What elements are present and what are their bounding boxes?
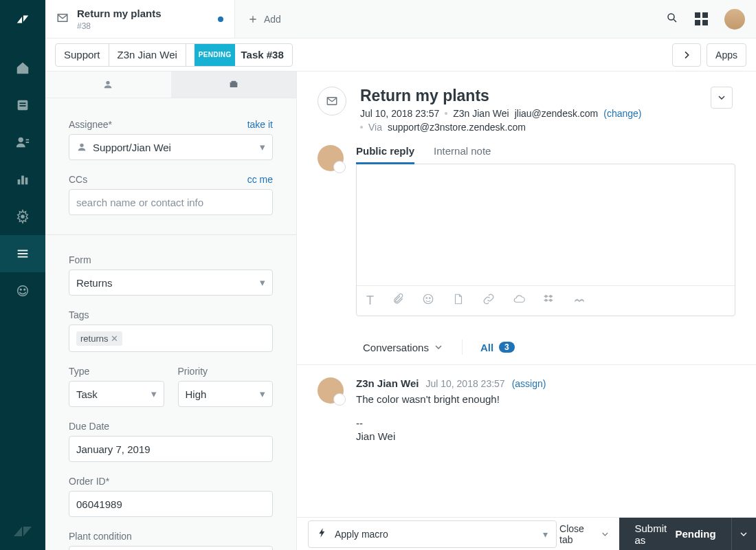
unread-indicator — [218, 16, 223, 22]
next-ticket-button[interactable] — [672, 43, 701, 67]
form-label: Form — [69, 254, 91, 265]
apps-button[interactable]: Apps — [707, 43, 746, 67]
conversations-dropdown[interactable]: Conversations — [363, 340, 463, 355]
svg-rect-10 — [25, 177, 28, 184]
file-icon[interactable] — [452, 293, 465, 309]
reply-textarea[interactable] — [357, 164, 735, 285]
order-id-input[interactable]: 06041989 — [69, 491, 273, 517]
text-format-icon[interactable]: T — [366, 294, 374, 308]
priority-select[interactable]: High ▾ — [178, 381, 274, 407]
svg-point-16 — [20, 289, 21, 290]
left-tab-ticket-icon[interactable] — [171, 72, 297, 98]
svg-rect-9 — [21, 176, 24, 185]
assignee-select[interactable]: Support/Jian Wei ▾ — [69, 134, 273, 160]
svg-rect-14 — [18, 256, 28, 258]
cloud-icon[interactable] — [513, 293, 525, 309]
via-email: support@z3nstore.zendesk.com — [388, 122, 526, 133]
ccs-input[interactable] — [69, 189, 273, 215]
conversation-panel: Return my plants Jul 10, 2018 23:57 Z3n … — [297, 72, 756, 550]
svg-point-11 — [21, 214, 25, 219]
tags-input[interactable]: returns ✕ — [69, 324, 273, 352]
add-tab-button[interactable]: Add — [235, 0, 293, 38]
assignee-label: Assignee* — [69, 119, 112, 130]
ticket-toolbar: Support Z3n Jian Wei PENDING Task #38 Ap… — [45, 38, 756, 72]
attach-icon[interactable] — [392, 293, 404, 309]
emoji-icon[interactable] — [422, 293, 434, 309]
close-tab-button[interactable]: Close tab — [559, 523, 610, 545]
breadcrumb-team[interactable]: Support — [56, 44, 109, 66]
left-tab-person-icon[interactable] — [45, 72, 171, 98]
knowledge-icon[interactable] — [573, 293, 586, 309]
breadcrumb: Support Z3n Jian Wei PENDING Task #38 — [55, 43, 293, 67]
search-icon[interactable] — [666, 12, 678, 26]
status-badge: PENDING — [194, 43, 236, 67]
nav-customers-icon[interactable] — [0, 124, 45, 161]
breadcrumb-requester[interactable]: Z3n Jian Wei — [109, 44, 186, 66]
svg-marker-1 — [23, 16, 28, 22]
svg-rect-6 — [26, 139, 30, 140]
plant-condition-input[interactable]: dried leave — [69, 546, 273, 550]
ticket-fields-panel: Assignee* take it Support/Jian Wei ▾ CCs — [45, 72, 297, 550]
breadcrumb-task[interactable]: PENDING Task #38 — [186, 43, 292, 67]
svg-rect-3 — [19, 102, 25, 104]
channel-mail-icon — [318, 87, 346, 116]
message-author-name: Z3n Jian Wei — [356, 377, 419, 389]
nav-home-icon[interactable] — [0, 50, 45, 87]
apply-macro-button[interactable]: Apply macro ▾ — [308, 520, 557, 548]
chevron-down-icon: ▾ — [260, 388, 265, 400]
link-icon[interactable] — [482, 293, 495, 309]
change-requester-link[interactable]: (change) — [603, 108, 641, 119]
nav-admin-icon[interactable] — [0, 198, 45, 235]
ticket-tab[interactable]: Return my plants #38 — [45, 0, 235, 38]
zendesk-logo[interactable] — [12, 8, 34, 30]
priority-label: Priority — [178, 366, 208, 377]
type-select[interactable]: Task ▾ — [69, 381, 164, 407]
svg-marker-18 — [14, 527, 22, 536]
cc-me-link[interactable]: cc me — [247, 174, 273, 185]
submit-button[interactable]: Submit as Pending — [619, 518, 731, 551]
assign-link[interactable]: (assign) — [512, 378, 546, 389]
global-nav-sidebar — [0, 0, 45, 550]
type-label: Type — [69, 366, 89, 377]
conversation-title: Return my plants — [360, 87, 697, 105]
message-body-line: -- — [356, 417, 546, 429]
svg-point-20 — [668, 14, 674, 20]
tags-label: Tags — [69, 309, 89, 320]
svg-point-5 — [19, 138, 23, 142]
nav-views-icon[interactable] — [0, 87, 45, 124]
conv-timestamp: Jul 10, 2018 23:57 — [360, 108, 439, 119]
due-date-input[interactable]: January 7, 2019 — [69, 436, 273, 462]
take-it-link[interactable]: take it — [247, 119, 273, 130]
svg-marker-19 — [23, 527, 32, 536]
svg-marker-0 — [17, 16, 22, 23]
svg-rect-12 — [18, 250, 28, 252]
user-avatar[interactable] — [724, 9, 745, 30]
svg-rect-4 — [19, 105, 25, 107]
chevron-down-icon: ▾ — [260, 276, 265, 289]
nav-agent-icon[interactable] — [0, 272, 45, 309]
add-tab-label: Add — [264, 14, 281, 25]
tab-public-reply[interactable]: Public reply — [356, 145, 414, 164]
conv-requester-email: jliau@zendesk.com — [515, 108, 599, 119]
chevron-down-icon: ▾ — [260, 141, 265, 153]
dropbox-icon[interactable] — [543, 293, 555, 309]
nav-reporting-icon[interactable] — [0, 161, 45, 198]
filter-all-button[interactable]: All 3 — [480, 342, 515, 353]
svg-rect-13 — [18, 253, 28, 254]
nav-zendesk-footer-icon[interactable] — [14, 525, 32, 540]
message-body-line: Jian Wei — [356, 430, 546, 442]
submit-status-dropdown[interactable] — [731, 518, 756, 551]
tab-internal-note[interactable]: Internal note — [434, 145, 491, 164]
tag-chip[interactable]: returns ✕ — [76, 331, 122, 346]
products-grid-icon[interactable] — [695, 12, 708, 25]
nav-list-icon[interactable] — [0, 235, 45, 272]
chevron-down-icon: ▾ — [543, 529, 548, 540]
message-time: Jul 10, 2018 23:57 — [425, 378, 504, 389]
conversation-options-button[interactable] — [711, 87, 733, 109]
remove-tag-icon[interactable]: ✕ — [111, 333, 118, 344]
lightning-icon — [317, 527, 328, 540]
ccs-label: CCs — [69, 174, 87, 185]
chevron-down-icon: ▾ — [151, 388, 157, 400]
message-author-avatar — [318, 377, 344, 404]
form-select[interactable]: Returns ▾ — [69, 270, 273, 296]
